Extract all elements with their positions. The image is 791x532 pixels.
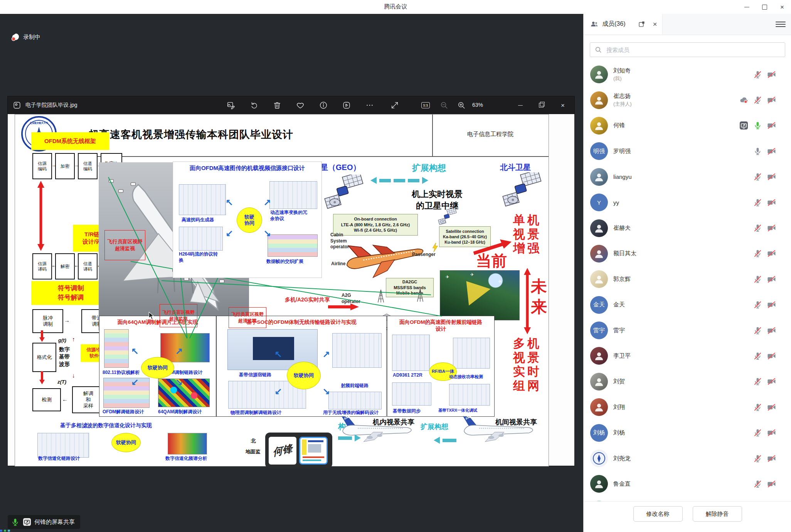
lightning-icon	[432, 242, 438, 253]
camera-off-icon[interactable]	[767, 352, 776, 360]
avatar	[590, 219, 608, 237]
camera-off-icon[interactable]	[767, 377, 776, 386]
antenna-mast-icon	[416, 288, 424, 303]
camera-off-icon[interactable]	[767, 70, 776, 79]
camera-off-icon[interactable]	[767, 275, 776, 284]
member-row[interactable]: 李卫平	[584, 343, 791, 369]
see-all-photos-icon[interactable]	[12, 100, 22, 111]
camera-off-icon[interactable]	[767, 428, 776, 437]
member-row[interactable]: 刘翔	[584, 394, 791, 420]
microphone-muted-icon[interactable]	[753, 352, 762, 360]
close-button[interactable]: ×	[773, 0, 791, 14]
microphone-on-icon[interactable]	[753, 147, 762, 156]
camera-off-icon[interactable]	[767, 249, 776, 258]
camera-off-icon[interactable]	[767, 224, 776, 232]
maximize-button[interactable]	[756, 0, 773, 14]
share-banner-label: 何锋的屏幕共享	[34, 519, 75, 526]
member-name: 李卫平	[613, 352, 631, 360]
microphone-muted-icon[interactable]	[753, 172, 762, 181]
fullscreen-icon[interactable]	[389, 100, 400, 111]
member-row[interactable]: 刘知奇(我)	[584, 62, 791, 87]
member-name: 刘尧龙	[613, 455, 631, 462]
member-row[interactable]: 刘杨 刘杨	[584, 420, 791, 445]
window-title: 腾讯会议	[0, 3, 791, 10]
edit-image-icon[interactable]	[226, 100, 236, 111]
satellite-graphic	[499, 172, 547, 208]
rotate-icon[interactable]	[249, 100, 259, 111]
camera-off-icon[interactable]	[767, 198, 776, 207]
viewer-titlebar: 电子学院团队毕设.jpg	[8, 96, 574, 114]
signature-text: 何锋	[272, 441, 293, 459]
minimize-button[interactable]	[738, 0, 756, 14]
viewer-close-button[interactable]: ×	[554, 96, 571, 114]
member-row[interactable]: Y yy	[584, 190, 791, 215]
camera-off-icon[interactable]	[767, 300, 776, 309]
viewer-minimize-button[interactable]	[512, 96, 529, 114]
member-row[interactable]: 金天 金天	[584, 292, 791, 318]
zoom-out-icon[interactable]	[439, 100, 449, 111]
microphone-muted-icon[interactable]	[753, 96, 762, 104]
camera-off-icon[interactable]	[767, 454, 776, 463]
camera-off-icon[interactable]	[767, 480, 776, 488]
member-row[interactable]: 崔志扬(主持人)	[584, 87, 791, 113]
member-name: 额日其太	[613, 250, 636, 257]
ofdm-interface-inset: 面向OFDM高速图传的机载视频信源接口设计 软硬 协同 ↖ ↗ ↙ ↘ 高速扰码…	[173, 162, 322, 278]
microphone-muted-icon[interactable]	[753, 377, 762, 386]
microphone-muted-icon[interactable]	[753, 428, 762, 437]
member-search	[590, 42, 785, 57]
avatar	[590, 450, 608, 467]
more-options-icon[interactable]	[364, 100, 375, 111]
unmute-button[interactable]: 解除静音	[693, 506, 742, 522]
camera-off-icon[interactable]	[767, 96, 776, 104]
selected-slide-thumbnail[interactable]	[299, 437, 328, 465]
microphone-muted-icon[interactable]	[753, 480, 762, 488]
popout-panel-icon[interactable]	[636, 19, 646, 29]
info-icon[interactable]	[318, 100, 329, 111]
screen-share-banner: 何锋的屏幕共享	[8, 515, 80, 529]
microphone-muted-icon[interactable]	[753, 70, 762, 79]
blind-zone-label: 飞行员盲区视野 超清监视	[104, 230, 145, 260]
camera-off-icon[interactable]	[767, 326, 776, 335]
microphone-muted-icon[interactable]	[753, 300, 762, 309]
panel-menu-icon[interactable]	[776, 19, 786, 29]
member-row[interactable]: 郭京辉	[584, 266, 791, 292]
microphone-muted-icon[interactable]	[753, 224, 762, 232]
microphone-active-icon[interactable]	[753, 121, 762, 130]
camera-off-icon[interactable]	[767, 147, 776, 156]
microphone-muted-icon[interactable]	[753, 198, 762, 207]
avatar: 明强	[590, 142, 608, 160]
slideshow-icon[interactable]	[341, 100, 352, 111]
viewer-restore-button[interactable]	[533, 96, 550, 114]
member-row[interactable]: 雷宇 雷宇	[584, 318, 791, 343]
avatar: Y	[590, 194, 608, 211]
camera-off-icon[interactable]	[767, 172, 776, 181]
member-row[interactable]: 刘贺	[584, 369, 791, 394]
search-input[interactable]	[606, 46, 785, 54]
close-panel-icon[interactable]: ×	[650, 19, 660, 29]
poster-title: 超高速客机视景增强传输本科团队毕业设计	[88, 128, 327, 141]
member-row[interactable]: liangyu	[584, 164, 791, 190]
member-row[interactable]	[584, 497, 791, 501]
tab-members[interactable]: 成员(36) ×	[584, 14, 663, 34]
member-row[interactable]: 何锋	[584, 113, 791, 138]
microphone-muted-icon[interactable]	[753, 454, 762, 463]
rename-button[interactable]: 修改名称	[633, 506, 683, 522]
signature-thumbnail[interactable]: 何锋	[269, 437, 296, 465]
actual-size-icon[interactable]: 1:1	[420, 100, 431, 111]
delete-icon[interactable]	[272, 100, 283, 111]
microphone-muted-icon[interactable]	[753, 326, 762, 335]
microphone-muted-icon[interactable]	[753, 403, 762, 412]
member-row[interactable]: 鲁金直	[584, 471, 791, 497]
member-row[interactable]: 明强 罗明强	[584, 138, 791, 164]
microphone-muted-icon[interactable]	[753, 249, 762, 258]
camera-off-icon[interactable]	[767, 403, 776, 412]
avatar: 金天	[590, 296, 608, 314]
favorite-icon[interactable]	[295, 100, 306, 111]
camera-off-icon[interactable]	[767, 121, 776, 130]
member-row[interactable]: 额日其太	[584, 241, 791, 266]
red-double-arrow	[523, 268, 532, 334]
member-row[interactable]: 崔赫夫	[584, 215, 791, 241]
member-row[interactable]: 刘尧龙	[584, 446, 791, 471]
microphone-muted-icon[interactable]	[753, 275, 762, 284]
zoom-in-icon[interactable]	[456, 100, 467, 111]
